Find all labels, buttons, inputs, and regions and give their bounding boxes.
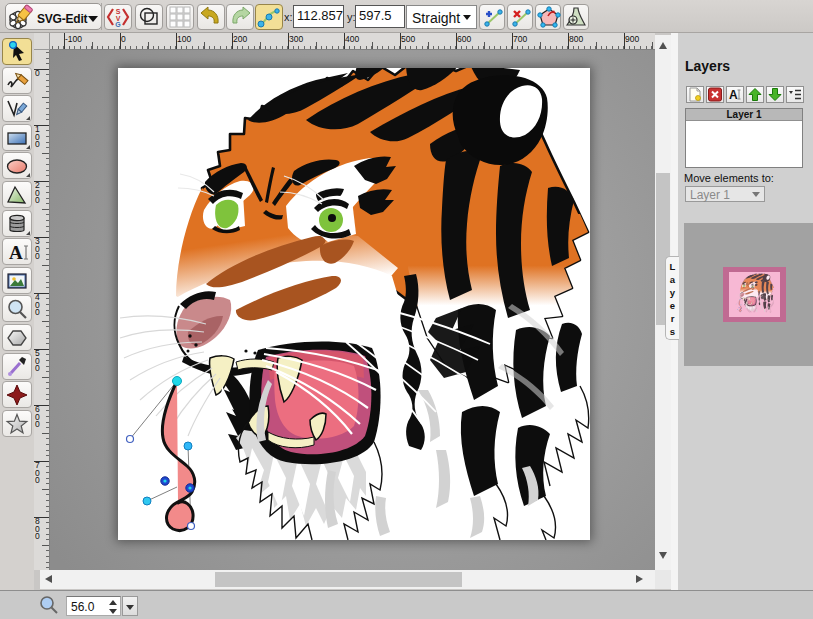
svg-text:G: G — [115, 21, 121, 28]
svg-text:A: A — [9, 242, 23, 263]
svg-text:A: A — [729, 88, 738, 102]
